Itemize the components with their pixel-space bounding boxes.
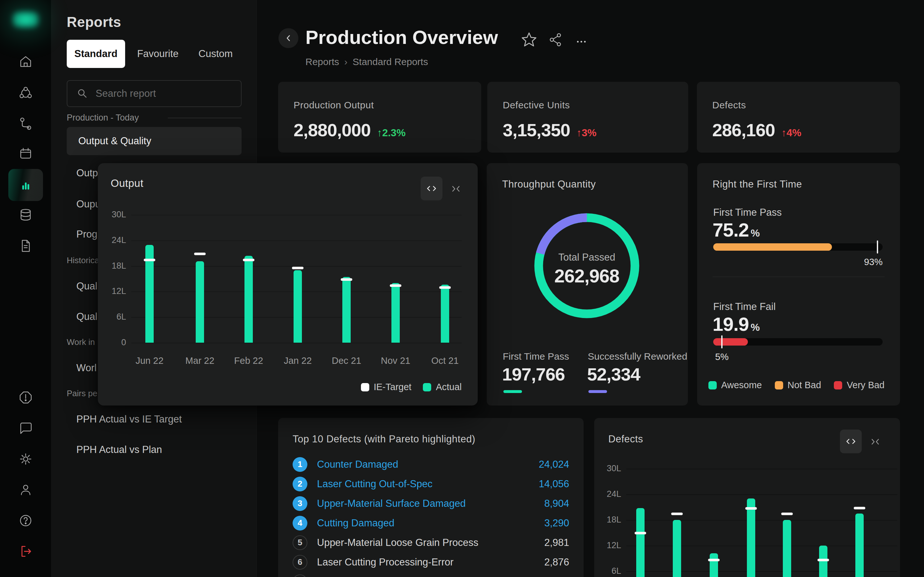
chevron-left-icon xyxy=(282,32,294,44)
card-title: Right the First Time xyxy=(712,179,802,190)
nav-home-button[interactable] xyxy=(15,51,36,72)
kpi-delta: ↑2.3% xyxy=(377,127,405,139)
defects-chart-card: Defects 30L24L18L12L6L0 xyxy=(594,418,900,577)
defect-name[interactable]: Upper-Material Surface Damaged xyxy=(317,498,466,509)
pass-marker-label: 93% xyxy=(845,257,883,268)
target-marker xyxy=(292,267,304,269)
fail-gauge-marker xyxy=(721,335,722,348)
defect-row[interactable]: 1Counter Damaged24,024 xyxy=(292,455,569,474)
search-report-input[interactable]: Search report xyxy=(67,80,242,107)
back-button[interactable] xyxy=(278,28,298,48)
more-options-button[interactable] xyxy=(574,35,588,50)
stat-value-successfully-reworked: 52,334 xyxy=(587,364,640,385)
search-placeholder: Search report xyxy=(95,88,156,99)
nav-network-button[interactable] xyxy=(15,82,36,103)
nav-workflow-button[interactable] xyxy=(15,113,36,134)
tab-custom[interactable]: Custom xyxy=(192,40,240,68)
legend-swatch-teal xyxy=(708,381,717,390)
defect-row[interactable]: 2Laser Cutting Out-of-Spec14,056 xyxy=(292,474,569,494)
axis-tick-label: 0 xyxy=(105,338,126,348)
share-button[interactable] xyxy=(548,32,564,49)
defect-name[interactable]: Laser Cutting Out-of-Spec xyxy=(317,478,433,490)
kpi-card-production-output[interactable]: Production Output 2,880,000 ↑2.3% xyxy=(278,82,481,153)
defect-count: 24,024 xyxy=(539,459,569,470)
stat-underline-purple xyxy=(588,390,607,393)
defect-row[interactable]: 5Upper-Material Loose Grain Process2,981 xyxy=(292,533,569,552)
report-item[interactable]: Qual xyxy=(76,280,97,292)
fail-marker-label: 5% xyxy=(715,351,729,362)
report-item[interactable]: Outp xyxy=(76,167,98,179)
legend-very-bad: Very Bad xyxy=(834,380,885,390)
kpi-card-defects[interactable]: Defects 286,160 ↑4% xyxy=(697,82,900,153)
kpi-label: Defects xyxy=(712,100,746,111)
favourite-star-button[interactable] xyxy=(520,31,538,49)
breadcrumb-reports[interactable]: Reports xyxy=(305,56,339,67)
defect-name[interactable]: Cutting Damaged xyxy=(317,517,394,529)
bar-actual xyxy=(710,553,718,577)
report-item[interactable]: Worl xyxy=(76,362,97,374)
defect-row[interactable]: 7Laser Cutting Damaged2,834 xyxy=(292,572,569,577)
throughput-quantity-card: Throughput Quantity Total Passed 262,968… xyxy=(487,163,688,406)
defect-name[interactable]: Counter Damaged xyxy=(317,459,398,470)
report-item[interactable]: Prog xyxy=(76,229,97,240)
chat-bubble-icon xyxy=(18,421,33,435)
target-marker xyxy=(439,286,451,289)
bar-actual xyxy=(441,285,449,343)
report-item[interactable]: PPH Actual vs IE Target xyxy=(76,414,182,425)
nav-settings-button[interactable] xyxy=(15,449,36,469)
defect-row[interactable]: 6Laser Cutting Processing-Error2,876 xyxy=(292,552,569,572)
report-item-active[interactable]: Output & Quality xyxy=(67,127,242,155)
breadcrumb-standard-reports[interactable]: Standard Reports xyxy=(352,56,428,67)
nav-messages-button[interactable] xyxy=(15,418,36,438)
axis-tick-label: 30L xyxy=(105,210,126,219)
defect-list: 1Counter Damaged24,0242Laser Cutting Out… xyxy=(292,455,569,577)
defect-name: Laser Cutting Damaged xyxy=(317,576,422,577)
nav-analytics-button[interactable] xyxy=(15,175,36,195)
kpi-card-defective-units[interactable]: Defective Units 3,15,350 ↑3% xyxy=(487,82,688,153)
section-production-today: Production - Today xyxy=(67,113,242,123)
first-time-fail-value: 19.9% xyxy=(712,313,760,335)
nav-alerts-button[interactable] xyxy=(15,387,36,408)
rank-badge: 4 xyxy=(292,516,307,530)
report-item[interactable]: PPH Actual vs Plan xyxy=(76,444,162,456)
legend-swatch-teal xyxy=(423,383,431,392)
report-section-label: Pairs pe xyxy=(67,388,97,398)
nav-logout-button[interactable] xyxy=(15,541,36,562)
target-marker xyxy=(671,513,683,515)
rank-badge: 5 xyxy=(292,535,307,550)
kpi-delta: ↑3% xyxy=(577,127,596,139)
nav-profile-button[interactable] xyxy=(15,480,36,500)
defect-row[interactable]: 3Upper-Material Surface Damaged8,904 xyxy=(292,494,569,513)
top-defects-card: Top 10 Defects (with Pareto highlighted)… xyxy=(278,418,583,577)
tab-standard[interactable]: Standard xyxy=(67,40,125,68)
bar-chart-icon xyxy=(18,177,33,192)
x-axis-label: Mar 22 xyxy=(176,356,224,366)
axis-tick-label: 6L xyxy=(105,312,126,322)
nav-calendar-button[interactable] xyxy=(15,143,36,163)
first-time-pass-value: 75.2% xyxy=(712,219,760,241)
nav-database-button[interactable] xyxy=(15,205,36,225)
target-marker xyxy=(781,513,793,515)
right-first-time-card: Right the First Time First Time Pass 75.… xyxy=(697,163,900,406)
rank-badge: 2 xyxy=(292,477,307,492)
output-floating-panel[interactable]: Output 30L24L18L12L6L0Jun 22Mar 22Feb 22… xyxy=(98,163,478,406)
axis-tick-label: 12L xyxy=(105,286,126,296)
app-logo[interactable] xyxy=(9,7,42,33)
x-axis-label: Feb 22 xyxy=(225,356,273,366)
section-label: Production - Today xyxy=(67,113,139,123)
network-icon xyxy=(18,85,33,100)
workflow-icon xyxy=(18,116,33,131)
gridline xyxy=(626,469,897,469)
report-item[interactable]: Oupu xyxy=(76,198,101,210)
user-icon xyxy=(18,482,33,497)
report-item[interactable]: Qual xyxy=(76,311,97,322)
gridline xyxy=(131,343,462,343)
nav-documents-button[interactable] xyxy=(15,235,36,256)
defect-row[interactable]: 4Cutting Damaged3,290 xyxy=(292,513,569,533)
axis-tick-label: 24L xyxy=(600,489,621,499)
calendar-icon xyxy=(18,146,33,161)
tab-favourite[interactable]: Favourite xyxy=(132,40,184,68)
target-marker xyxy=(854,507,865,509)
x-axis-label: Nov 21 xyxy=(372,356,420,366)
nav-help-button[interactable] xyxy=(15,510,36,531)
